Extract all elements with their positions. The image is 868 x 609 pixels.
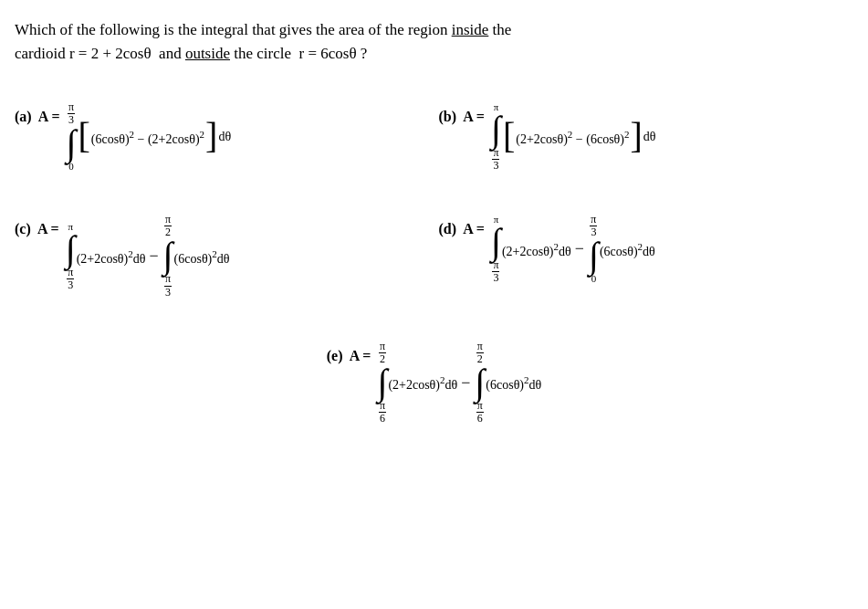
question-text: Which of the following is the integral t… <box>15 18 853 67</box>
outside-word: outside <box>185 45 230 62</box>
option-e-label: (e) A = <box>327 348 371 364</box>
inside-word: inside <box>452 21 489 38</box>
question-line1: Which of the following is the integral t… <box>15 21 511 38</box>
option-b: (b) A = π ∫ π3 [ (2+2cosθ)2 − (6cosθ)2 ] <box>439 92 854 172</box>
options-grid: (a) A = π3 ∫ 0 [ (6cos <box>15 92 853 299</box>
option-c-label: (c) A = <box>15 221 59 237</box>
question-line2: cardioid r = 2 + 2cosθ and outside the c… <box>15 45 367 62</box>
option-c: (c) A = π ∫ π3 (2+2cosθ)2dθ − <box>15 205 430 299</box>
option-d-label: (d) A = <box>439 221 485 237</box>
question-container: Which of the following is the integral t… <box>15 18 853 425</box>
option-e-row: (e) A = π2 ∫ π6 (2+2cosθ)2dθ − <box>15 331 853 425</box>
option-e: (e) A = π2 ∫ π6 (2+2cosθ)2dθ − <box>327 331 542 425</box>
option-a-label: (a) A = <box>15 109 60 125</box>
option-d: (d) A = π ∫ π3 (2+2cosθ)2dθ − <box>439 205 854 299</box>
option-b-label: (b) A = <box>439 109 485 125</box>
option-a: (a) A = π3 ∫ 0 [ (6cos <box>15 92 430 172</box>
